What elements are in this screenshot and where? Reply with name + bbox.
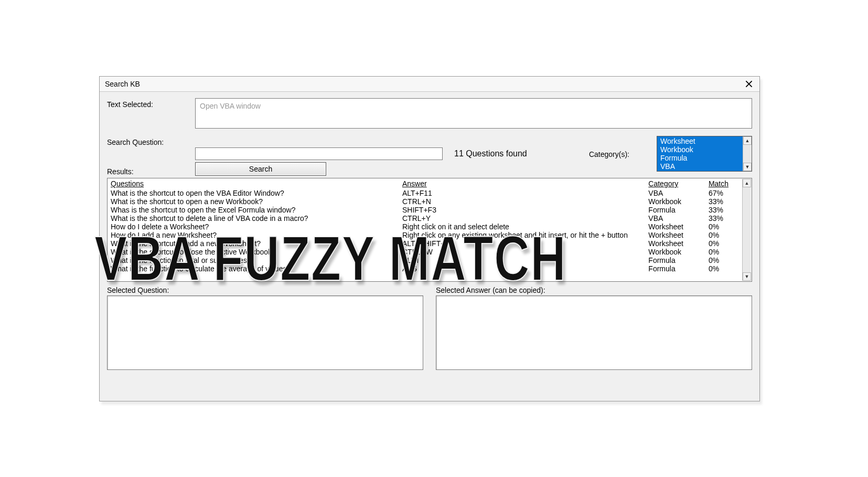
- col-header-category[interactable]: Category: [645, 178, 705, 189]
- selected-answer-label: Selected Answer (can be copied):: [436, 286, 752, 294]
- scroll-down-icon[interactable]: ▼: [743, 272, 751, 281]
- selected-question-label: Selected Question:: [107, 286, 423, 294]
- results-listbox[interactable]: Questions Answer Category Match What is …: [107, 178, 752, 282]
- category-item[interactable]: Worksheet: [659, 137, 742, 145]
- table-row[interactable]: What is the shortcut to close the Active…: [108, 248, 742, 256]
- categories-label: Category(s):: [589, 149, 629, 158]
- search-question-input[interactable]: [195, 147, 443, 160]
- table-row[interactable]: What is the function to total or sum val…: [108, 256, 742, 264]
- selected-answer-box[interactable]: [436, 295, 752, 370]
- table-row[interactable]: Whas is the shortcut to open the Excel F…: [108, 206, 742, 214]
- categories-listbox[interactable]: WorksheetWorkbookFormulaVBA: [657, 136, 752, 172]
- category-item[interactable]: Workbook: [659, 145, 742, 154]
- table-row[interactable]: What is the shortcut to add a new Worksh…: [108, 239, 742, 248]
- table-row[interactable]: What is the shortcut to open the VBA Edi…: [108, 189, 742, 197]
- text-selected-box[interactable]: Open VBA window: [195, 98, 752, 129]
- window-title: Search KB: [105, 77, 738, 91]
- table-row[interactable]: How do I delete a Worksheet?Right click …: [108, 222, 742, 231]
- categories-scrollbar[interactable]: ▲ ▼: [743, 136, 752, 171]
- category-item[interactable]: VBA: [659, 162, 742, 171]
- table-row[interactable]: How do I add a new Worksheet?Right click…: [108, 231, 742, 239]
- table-row[interactable]: What is the function to calculate the av…: [108, 264, 742, 273]
- table-row[interactable]: What is the shortcut to open a new Workb…: [108, 197, 742, 206]
- results-label: Results:: [107, 157, 195, 176]
- questions-found-label: 11 Questions found: [454, 149, 527, 158]
- results-scrollbar[interactable]: ▲ ▼: [742, 179, 751, 281]
- category-item[interactable]: Formula: [659, 154, 742, 162]
- search-button[interactable]: Search: [195, 162, 326, 176]
- close-button[interactable]: [738, 77, 759, 91]
- scroll-up-icon[interactable]: ▲: [743, 136, 752, 145]
- selected-question-box[interactable]: [107, 295, 423, 370]
- search-kb-dialog: Search KB Text Selected: Open VBA window…: [99, 76, 760, 401]
- text-selected-label: Text Selected:: [107, 98, 195, 109]
- scroll-down-icon[interactable]: ▼: [743, 163, 752, 171]
- col-header-match[interactable]: Match: [705, 178, 742, 189]
- close-icon: [745, 80, 753, 88]
- scroll-up-icon[interactable]: ▲: [743, 179, 751, 187]
- col-header-question[interactable]: Questions: [108, 178, 399, 189]
- table-row[interactable]: What is the shortcut to delete a line of…: [108, 214, 742, 222]
- titlebar: Search KB: [100, 77, 759, 92]
- search-question-label: Search Question:: [107, 136, 195, 146]
- col-header-answer[interactable]: Answer: [399, 178, 645, 189]
